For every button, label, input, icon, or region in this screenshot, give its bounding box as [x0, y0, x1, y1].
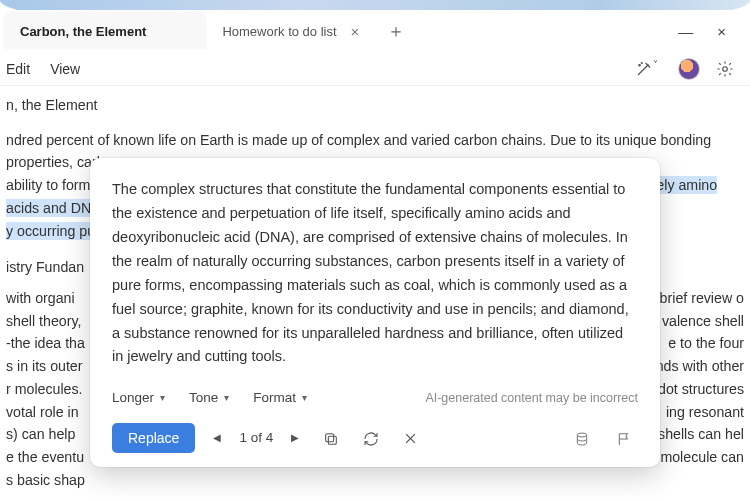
rewrite-popover: The complex structures that constitute t…: [90, 158, 660, 467]
menu-edit[interactable]: Edit: [6, 61, 30, 77]
svg-rect-3: [328, 436, 336, 444]
tab-inactive[interactable]: Homework to do list ×: [206, 13, 375, 49]
menu-bar: Edit View ˅: [0, 52, 750, 86]
chevron-down-icon: ▾: [224, 390, 229, 406]
close-button[interactable]: [397, 426, 424, 451]
replace-button[interactable]: Replace: [112, 423, 195, 453]
suggestion-pager: 1 of 4: [239, 427, 273, 449]
svg-point-1: [641, 62, 642, 63]
tone-option[interactable]: Tone ▾: [189, 387, 229, 409]
close-icon[interactable]: ×: [351, 23, 360, 40]
app-window: Carbon, the Element Homework to do list …: [0, 10, 750, 500]
settings-icon[interactable]: [716, 59, 734, 77]
svg-point-5: [577, 433, 586, 437]
doc-title: n, the Element: [6, 94, 744, 117]
tab-active[interactable]: Carbon, the Element: [4, 13, 206, 49]
tab-label: Homework to do list: [222, 24, 336, 39]
chevron-down-icon: ▾: [302, 390, 307, 406]
rewrite-options: Longer ▾ Tone ▾ Format ▾ AI-generated co…: [112, 387, 638, 409]
window-controls: — ×: [678, 23, 746, 40]
avatar[interactable]: [678, 58, 700, 80]
close-icon[interactable]: ×: [717, 23, 726, 40]
format-option[interactable]: Format ▾: [253, 387, 307, 409]
suggested-text: The complex structures that constitute t…: [112, 178, 638, 369]
document-area[interactable]: n, the Element ndred percent of known li…: [0, 86, 750, 500]
ai-disclaimer: AI-generated content may be incorrect: [425, 388, 638, 408]
prev-suggestion-button[interactable]: ◀: [207, 428, 227, 447]
tab-label: Carbon, the Element: [20, 24, 146, 39]
svg-point-0: [639, 64, 641, 66]
new-tab-button[interactable]: ＋: [387, 19, 405, 43]
menu-view[interactable]: View: [50, 61, 80, 77]
svg-point-2: [723, 66, 728, 71]
regenerate-button[interactable]: [357, 425, 385, 450]
history-button[interactable]: [568, 425, 596, 450]
report-button[interactable]: [610, 425, 638, 450]
chevron-down-icon: ▾: [160, 390, 165, 406]
tab-bar: Carbon, the Element Homework to do list …: [0, 10, 750, 52]
popover-actions: Replace ◀ 1 of 4 ▶: [112, 423, 638, 453]
svg-rect-4: [326, 433, 334, 441]
magic-edit-icon[interactable]: ˅: [635, 59, 662, 77]
copy-button[interactable]: [317, 425, 345, 450]
minimize-icon[interactable]: —: [678, 23, 693, 40]
length-option[interactable]: Longer ▾: [112, 387, 165, 409]
next-suggestion-button[interactable]: ▶: [285, 428, 305, 447]
